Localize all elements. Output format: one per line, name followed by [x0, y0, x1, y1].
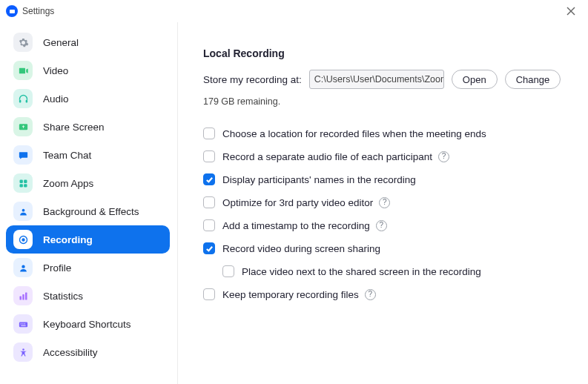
sidebar-item-keyboard-shortcuts[interactable]: Keyboard Shortcuts	[6, 310, 170, 338]
svg-rect-8	[24, 184, 27, 187]
record-icon	[13, 230, 33, 249]
sidebar-item-accessibility[interactable]: Accessibility	[6, 338, 170, 366]
svg-rect-16	[19, 322, 27, 327]
sidebar-item-label: Accessibility	[43, 347, 98, 358]
sidebar-item-label: Statistics	[43, 291, 83, 302]
headphones-icon	[13, 89, 33, 108]
checkbox[interactable]	[203, 219, 215, 231]
keyboard-icon	[13, 314, 33, 334]
svg-rect-2	[19, 99, 21, 102]
sidebar-item-share-screen[interactable]: Share Screen	[6, 113, 170, 141]
store-path-label: Store my recording at:	[203, 74, 302, 85]
help-icon[interactable]: ?	[365, 289, 376, 300]
opt-display-names: Display participants' names in the recor…	[203, 169, 566, 190]
titlebar: Settings	[0, 0, 588, 22]
svg-rect-17	[20, 323, 21, 324]
sidebar-item-zoom-apps[interactable]: Zoom Apps	[6, 169, 170, 197]
sidebar-item-team-chat[interactable]: Team Chat	[6, 141, 170, 169]
svg-rect-18	[22, 323, 23, 324]
svg-rect-20	[21, 325, 25, 325]
svg-rect-14	[22, 294, 24, 300]
svg-rect-15	[25, 292, 27, 299]
share-screen-icon	[13, 117, 33, 136]
video-icon	[13, 61, 33, 80]
store-path-field[interactable]: C:\Users\User\Documents\Zoom	[309, 70, 444, 89]
sidebar: General Video Audio Share Screen Team Ch…	[0, 22, 178, 384]
background-icon	[13, 202, 33, 221]
svg-point-21	[22, 348, 24, 351]
sidebar-item-video[interactable]: Video	[6, 56, 170, 85]
sidebar-item-label: Audio	[43, 93, 69, 105]
svg-point-9	[22, 208, 24, 211]
svg-rect-3	[25, 99, 27, 102]
sidebar-item-background-effects[interactable]: Background & Effects	[6, 197, 170, 225]
help-icon[interactable]: ?	[379, 197, 390, 208]
opt-label: Display participants' names in the recor…	[222, 174, 416, 185]
accessibility-icon	[13, 342, 33, 362]
sidebar-item-label: Share Screen	[43, 122, 105, 133]
svg-point-12	[22, 265, 24, 268]
gear-icon	[13, 33, 33, 52]
change-button[interactable]: Change	[505, 70, 561, 89]
opt-label: Keep temporary recording files	[222, 289, 359, 300]
opt-label: Choose a location for recorded files whe…	[222, 128, 486, 139]
checkbox[interactable]	[222, 265, 234, 277]
sidebar-item-general[interactable]: General	[6, 28, 170, 56]
open-button[interactable]: Open	[452, 70, 498, 89]
sidebar-item-label: Recording	[43, 234, 93, 245]
opt-separate-audio: Record a separate audio file of each par…	[203, 146, 566, 167]
profile-icon	[13, 258, 33, 277]
help-icon[interactable]: ?	[438, 151, 449, 162]
sidebar-item-label: Profile	[43, 262, 71, 274]
checkbox[interactable]	[203, 196, 215, 208]
checkbox[interactable]	[203, 242, 215, 254]
svg-point-11	[22, 238, 24, 241]
sidebar-item-label: Keyboard Shortcuts	[43, 319, 131, 330]
sidebar-item-profile[interactable]: Profile	[6, 254, 170, 282]
sidebar-item-label: Zoom Apps	[43, 178, 93, 189]
close-icon	[566, 7, 575, 16]
main-panel: Local Recording Store my recording at: C…	[178, 22, 588, 384]
sidebar-item-label: General	[43, 37, 79, 48]
sidebar-item-label: Team Chat	[43, 150, 91, 161]
opt-label: Add a timestamp to the recording	[222, 220, 370, 231]
options-list: Choose a location for recorded files whe…	[203, 123, 566, 305]
app-icon	[6, 5, 18, 17]
opt-label: Record a separate audio file of each par…	[222, 151, 432, 162]
svg-rect-19	[24, 323, 24, 324]
opt-add-timestamp: Add a timestamp to the recording ?	[203, 215, 566, 236]
svg-rect-6	[24, 179, 27, 182]
window-title: Settings	[22, 6, 54, 16]
checkbox[interactable]	[203, 173, 215, 185]
apps-icon	[13, 173, 33, 193]
sidebar-item-audio[interactable]: Audio	[6, 85, 170, 113]
opt-record-during-share: Record video during screen sharing	[203, 238, 566, 259]
sidebar-item-recording[interactable]: Recording	[6, 225, 170, 254]
svg-rect-5	[19, 179, 22, 182]
section-title: Local Recording	[203, 47, 566, 59]
opt-optimize-3rd-party: Optimize for 3rd party video editor ?	[203, 192, 566, 213]
svg-rect-7	[19, 184, 22, 187]
chat-icon	[13, 145, 33, 165]
checkbox[interactable]	[203, 128, 215, 139]
storage-remaining: 179 GB remaining.	[203, 96, 566, 107]
statistics-icon	[13, 286, 33, 305]
close-button[interactable]	[560, 0, 582, 22]
opt-place-video-next: Place video next to the shared screen in…	[203, 261, 566, 282]
opt-label: Record video during screen sharing	[222, 243, 380, 254]
store-path-value: C:\Users\User\Documents\Zoom	[314, 74, 444, 85]
svg-rect-13	[19, 296, 22, 299]
opt-label: Optimize for 3rd party video editor	[222, 197, 373, 208]
help-icon[interactable]: ?	[376, 220, 387, 231]
sidebar-item-label: Background & Effects	[43, 206, 139, 217]
sidebar-item-statistics[interactable]: Statistics	[6, 282, 170, 310]
opt-label: Place video next to the shared screen in…	[242, 266, 481, 277]
opt-choose-location: Choose a location for recorded files whe…	[203, 123, 566, 144]
sidebar-item-label: Video	[43, 65, 68, 76]
checkbox[interactable]	[203, 288, 215, 300]
checkbox[interactable]	[203, 150, 215, 162]
opt-keep-temp-files: Keep temporary recording files ?	[203, 284, 566, 305]
